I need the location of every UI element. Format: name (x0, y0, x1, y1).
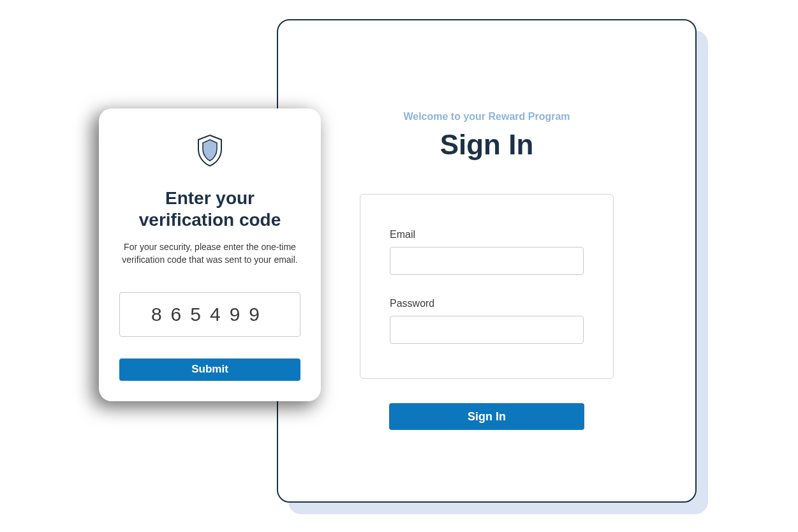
welcome-text: Welcome to your Reward Program (403, 111, 570, 122)
verification-code-input[interactable] (119, 292, 300, 337)
signin-form: Email Password (360, 194, 614, 379)
shield-icon (196, 134, 224, 170)
verification-title-line2: verification code (139, 210, 281, 230)
verification-title: Enter your verification code (139, 188, 281, 230)
email-field[interactable] (390, 247, 584, 275)
email-label: Email (390, 229, 584, 240)
verification-title-line1: Enter your (165, 188, 255, 208)
signin-card: Welcome to your Reward Program Sign In E… (277, 19, 697, 503)
verification-card: Enter your verification code For your se… (99, 108, 321, 401)
signin-button[interactable]: Sign In (389, 403, 584, 430)
password-field[interactable] (390, 316, 584, 344)
password-label: Password (390, 298, 584, 309)
submit-button[interactable]: Submit (119, 358, 300, 381)
signin-title: Sign In (440, 129, 534, 161)
verification-description: For your security, please enter the one-… (119, 240, 300, 267)
